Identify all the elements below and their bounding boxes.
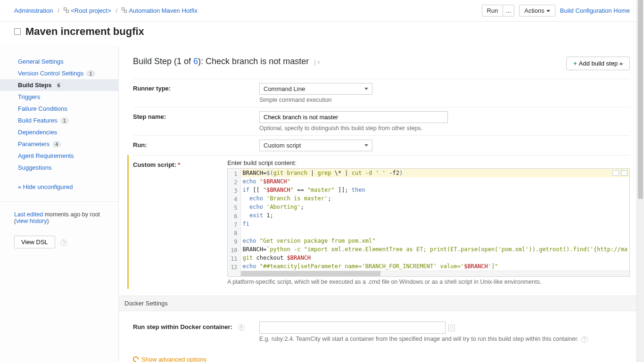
runner-type-hint: Simple command execution: [259, 97, 630, 103]
breadcrumb: Administration / <Root project> / Automa…: [14, 7, 198, 14]
editor-code-area[interactable]: BRANCH=$(git branch | grep \* | cut -d '…: [241, 169, 629, 276]
wrench-icon: [133, 356, 139, 362]
docker-section-header: Docker Settings: [119, 296, 644, 311]
docker-container-input[interactable]: [259, 321, 446, 334]
show-advanced-link[interactable]: Show advanced options: [133, 356, 630, 362]
breadcrumb-root[interactable]: <Root project>: [71, 7, 111, 14]
step-name-label: Step name:: [133, 111, 259, 132]
add-build-step-button[interactable]: +Add build step »: [566, 57, 630, 70]
plus-icon: +: [573, 60, 577, 67]
runner-type-select[interactable]: Command Line: [259, 83, 372, 95]
build-config-icon: [14, 28, 21, 35]
caret-down-icon: [546, 10, 550, 12]
sidebar-item-build-steps[interactable]: Build Steps6: [0, 79, 118, 91]
run-label: Run:: [133, 140, 259, 151]
step-menu-icon[interactable]: | ▿: [314, 59, 320, 66]
sidebar-item-general[interactable]: General Settings: [0, 56, 118, 67]
run-button[interactable]: Run: [482, 5, 504, 16]
project-icon: [122, 8, 127, 13]
last-edited-info: Last edited moments ago by root (view hi…: [0, 201, 118, 229]
step-name-hint: Optional, specify to distinguish this bu…: [259, 125, 630, 132]
script-intro: Enter build script content:: [227, 159, 630, 166]
main-content: Build Step (1 of 6): Check branch is not…: [119, 46, 644, 362]
runner-type-label: Runner type:: [133, 83, 259, 103]
help-icon[interactable]: ?: [60, 239, 67, 246]
run-dropdown[interactable]: ...: [503, 5, 514, 16]
custom-script-label: Custom script: *: [133, 159, 227, 285]
step-heading: Build Step (1 of 6): Check branch is not…: [133, 57, 320, 66]
sidebar-item-params[interactable]: Parameters4: [0, 138, 118, 150]
sidebar-item-features[interactable]: Build Features1: [0, 115, 118, 126]
sidebar-item-deps[interactable]: Dependencies: [0, 126, 118, 138]
actions-button[interactable]: Actions: [519, 5, 555, 16]
sidebar-item-vcs[interactable]: Version Control Settings1: [0, 67, 118, 79]
sidebar-item-failure[interactable]: Failure Conditions: [0, 103, 118, 115]
last-edited-link[interactable]: Last edited: [14, 211, 43, 218]
page-scrollbar[interactable]: [636, 0, 644, 362]
editor-tool-2-icon[interactable]: [621, 170, 627, 176]
editor-h-scrollbar[interactable]: [241, 271, 629, 276]
breadcrumb-admin[interactable]: Administration: [14, 7, 53, 14]
sidebar-item-triggers[interactable]: Triggers: [0, 91, 118, 103]
project-icon: [64, 8, 69, 13]
help-icon[interactable]: ?: [581, 336, 588, 343]
script-hint: A platform-specific script, which will b…: [227, 279, 630, 285]
breadcrumb-project[interactable]: Automation Maven Hotfix: [129, 7, 197, 14]
sidebar-item-agent-req[interactable]: Agent Requirements: [0, 150, 118, 162]
run-button-group: Run ...: [482, 5, 515, 16]
script-editor[interactable]: 123456789101112 BRANCH=$(git branch | gr…: [227, 168, 630, 277]
page-title: Maven increment bugfix: [25, 25, 144, 38]
chevron-down-icon: [364, 88, 368, 90]
view-history-link[interactable]: view history: [16, 218, 47, 224]
hide-unconfigured-link[interactable]: « Hide unconfigured: [0, 181, 118, 193]
sidebar-item-suggestions[interactable]: Suggestions: [0, 162, 118, 173]
run-select[interactable]: Custom script: [259, 140, 372, 151]
total-steps-link[interactable]: 6: [193, 57, 198, 66]
config-home-link[interactable]: Build Configuration Home: [560, 7, 630, 14]
picker-icon[interactable]: [448, 325, 455, 331]
chevron-down-icon: [364, 144, 368, 147]
view-dsl-button[interactable]: View DSL: [14, 236, 55, 248]
editor-gutter: 123456789101112: [228, 169, 240, 276]
step-name-input[interactable]: [259, 111, 448, 123]
help-icon[interactable]: ?: [238, 324, 245, 331]
editor-tool-1-icon[interactable]: [612, 170, 619, 176]
docker-container-label: Run step within Docker container: ?: [133, 321, 259, 343]
docker-hint: E.g. ruby:2.4. TeamCity will start a con…: [259, 336, 630, 343]
sidebar: General Settings Version Control Setting…: [0, 46, 119, 362]
